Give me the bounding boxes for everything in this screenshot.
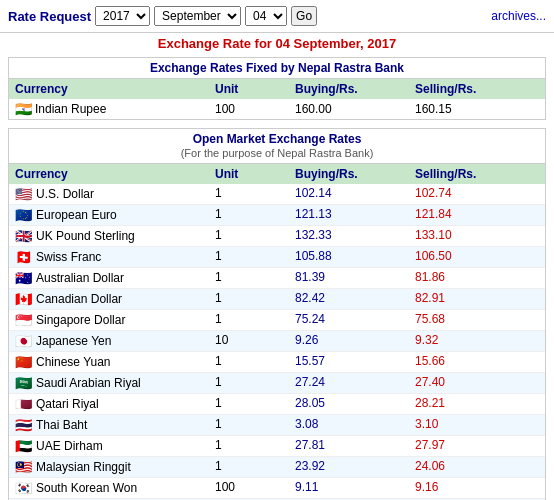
table-row: 🇦🇺 Australian Dollar 1 81.39 81.86 bbox=[9, 268, 545, 289]
fixed-header-selling: Selling/Rs. bbox=[409, 79, 529, 99]
table-row: 🇨🇳 Chinese Yuan 1 15.57 15.66 bbox=[9, 352, 545, 373]
currency-name: Swiss Franc bbox=[36, 250, 101, 264]
buying-cell: 23.92 bbox=[289, 457, 409, 477]
unit-cell: 100 bbox=[209, 478, 289, 498]
currency-cell: 🇨🇭 Swiss Franc bbox=[9, 247, 209, 267]
open-market-title: Open Market Exchange Rates (For the purp… bbox=[9, 129, 545, 164]
buying-cell: 75.24 bbox=[289, 310, 409, 330]
unit-cell: 1 bbox=[209, 436, 289, 456]
unit-cell: 10 bbox=[209, 331, 289, 351]
currency-cell: 🇦🇺 Australian Dollar bbox=[9, 268, 209, 288]
selling-cell: 133.10 bbox=[409, 226, 529, 246]
currency-name: Australian Dollar bbox=[36, 271, 124, 285]
top-bar: Rate Request 2017 September 04 Go archiv… bbox=[0, 0, 554, 33]
unit-cell: 1 bbox=[209, 289, 289, 309]
unit-cell: 1 bbox=[209, 226, 289, 246]
currency-name: Canadian Dollar bbox=[36, 292, 122, 306]
currency-cell: 🇨🇳 Chinese Yuan bbox=[9, 352, 209, 372]
table-row: 🇨🇭 Swiss Franc 1 105.88 106.50 bbox=[9, 247, 545, 268]
table-row: 🇲🇾 Malaysian Ringgit 1 23.92 24.06 bbox=[9, 457, 545, 478]
currency-cell: 🇦🇪 UAE Dirham bbox=[9, 436, 209, 456]
fixed-unit: 100 bbox=[209, 99, 289, 119]
unit-cell: 1 bbox=[209, 310, 289, 330]
table-row: 🇰🇷 South Korean Won 100 9.11 9.16 bbox=[9, 478, 545, 499]
buying-cell: 3.08 bbox=[289, 415, 409, 435]
table-row: 🇬🇧 UK Pound Sterling 1 132.33 133.10 bbox=[9, 226, 545, 247]
unit-cell: 1 bbox=[209, 247, 289, 267]
buying-cell: 15.57 bbox=[289, 352, 409, 372]
selling-cell: 121.84 bbox=[409, 205, 529, 225]
fixed-rate-row: 🇮🇳 Indian Rupee 100 160.00 160.15 bbox=[9, 99, 545, 119]
year-select[interactable]: 2017 bbox=[95, 6, 150, 26]
currency-flag: 🇶🇦 bbox=[15, 396, 32, 412]
currency-cell: 🇲🇾 Malaysian Ringgit bbox=[9, 457, 209, 477]
table-row: 🇨🇦 Canadian Dollar 1 82.42 82.91 bbox=[9, 289, 545, 310]
buying-cell: 28.05 bbox=[289, 394, 409, 414]
buying-cell: 82.42 bbox=[289, 289, 409, 309]
go-button[interactable]: Go bbox=[291, 6, 317, 26]
buying-cell: 121.13 bbox=[289, 205, 409, 225]
currency-flag: 🇯🇵 bbox=[15, 333, 32, 349]
page-title: Exchange Rate for 04 September, 2017 bbox=[0, 33, 554, 57]
currency-name: Saudi Arabian Riyal bbox=[36, 376, 141, 390]
table-row: 🇸🇦 Saudi Arabian Riyal 1 27.24 27.40 bbox=[9, 373, 545, 394]
unit-cell: 1 bbox=[209, 394, 289, 414]
fixed-buying: 160.00 bbox=[289, 99, 409, 119]
rate-request-label: Rate Request bbox=[8, 9, 91, 24]
currency-flag: 🇹🇭 bbox=[15, 417, 32, 433]
selling-cell: 28.21 bbox=[409, 394, 529, 414]
currency-cell: 🇨🇦 Canadian Dollar bbox=[9, 289, 209, 309]
currency-cell: 🇪🇺 European Euro bbox=[9, 205, 209, 225]
india-flag: 🇮🇳 bbox=[15, 104, 31, 115]
currency-name: Thai Baht bbox=[36, 418, 87, 432]
fixed-currency-name: Indian Rupee bbox=[35, 102, 106, 116]
selling-cell: 102.74 bbox=[409, 184, 529, 204]
currency-cell: 🇺🇸 U.S. Dollar bbox=[9, 184, 209, 204]
currency-cell: 🇰🇷 South Korean Won bbox=[9, 478, 209, 498]
unit-cell: 1 bbox=[209, 184, 289, 204]
fixed-header-unit: Unit bbox=[209, 79, 289, 99]
open-market-section: Open Market Exchange Rates (For the purp… bbox=[8, 128, 546, 500]
fixed-header-buying: Buying/Rs. bbox=[289, 79, 409, 99]
om-header-unit: Unit bbox=[209, 164, 289, 184]
rate-request-form: Rate Request 2017 September 04 Go bbox=[8, 6, 317, 26]
currency-name: Japanese Yen bbox=[36, 334, 111, 348]
selling-cell: 24.06 bbox=[409, 457, 529, 477]
currency-flag: 🇪🇺 bbox=[15, 207, 32, 223]
currency-cell: 🇯🇵 Japanese Yen bbox=[9, 331, 209, 351]
day-select[interactable]: 04 bbox=[245, 6, 287, 26]
month-select[interactable]: September bbox=[154, 6, 241, 26]
unit-cell: 1 bbox=[209, 373, 289, 393]
buying-cell: 27.24 bbox=[289, 373, 409, 393]
currency-flag: 🇲🇾 bbox=[15, 459, 32, 475]
fixed-rates-header: Currency Unit Buying/Rs. Selling/Rs. bbox=[9, 79, 545, 99]
currency-name: Malaysian Ringgit bbox=[36, 460, 131, 474]
currency-flag: 🇺🇸 bbox=[15, 186, 32, 202]
currency-name: South Korean Won bbox=[36, 481, 137, 495]
currency-name: Chinese Yuan bbox=[36, 355, 111, 369]
page-title-text: Exchange Rate for bbox=[158, 36, 276, 51]
open-market-rows: 🇺🇸 U.S. Dollar 1 102.14 102.74 🇪🇺 Europe… bbox=[9, 184, 545, 500]
currency-flag: 🇦🇺 bbox=[15, 270, 32, 286]
buying-cell: 9.26 bbox=[289, 331, 409, 351]
table-row: 🇪🇺 European Euro 1 121.13 121.84 bbox=[9, 205, 545, 226]
selling-cell: 3.10 bbox=[409, 415, 529, 435]
unit-cell: 1 bbox=[209, 205, 289, 225]
currency-flag: 🇨🇳 bbox=[15, 354, 32, 370]
currency-flag: 🇨🇦 bbox=[15, 291, 32, 307]
currency-name: Qatari Riyal bbox=[36, 397, 99, 411]
buying-cell: 102.14 bbox=[289, 184, 409, 204]
selling-cell: 27.40 bbox=[409, 373, 529, 393]
currency-cell: 🇬🇧 UK Pound Sterling bbox=[9, 226, 209, 246]
currency-name: UK Pound Sterling bbox=[36, 229, 135, 243]
selling-cell: 106.50 bbox=[409, 247, 529, 267]
archives-link[interactable]: archives... bbox=[491, 9, 546, 23]
currency-cell: 🇶🇦 Qatari Riyal bbox=[9, 394, 209, 414]
currency-flag: 🇨🇭 bbox=[15, 249, 32, 265]
fixed-rates-section: Exchange Rates Fixed by Nepal Rastra Ban… bbox=[8, 57, 546, 120]
selling-cell: 75.68 bbox=[409, 310, 529, 330]
table-row: 🇹🇭 Thai Baht 1 3.08 3.10 bbox=[9, 415, 545, 436]
buying-cell: 81.39 bbox=[289, 268, 409, 288]
buying-cell: 105.88 bbox=[289, 247, 409, 267]
selling-cell: 27.97 bbox=[409, 436, 529, 456]
